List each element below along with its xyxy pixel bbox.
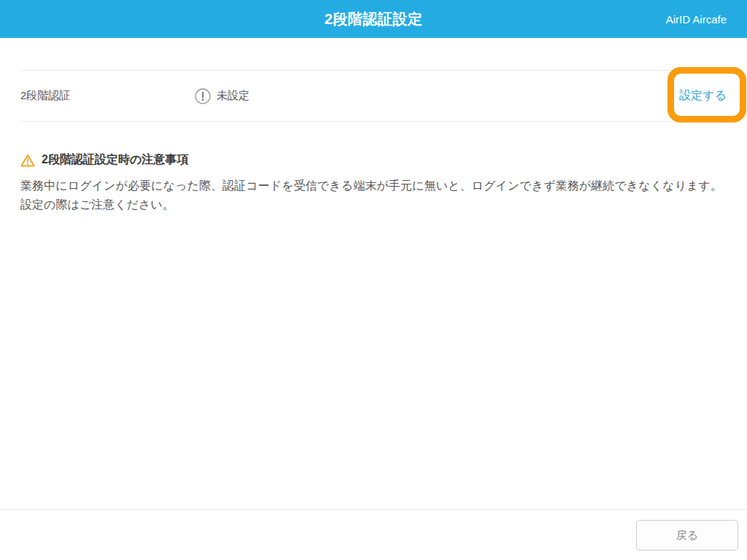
notice-body-text: 業務中にログインが必要になった際、認証コードを受信できる端末が手元に無いと、ログ… — [20, 176, 722, 214]
exclamation-circle-icon — [195, 88, 211, 104]
notice-heading: 2段階認証設定時の注意事項 — [20, 152, 722, 168]
status-text: 未設定 — [217, 89, 249, 103]
footer: 戻る — [0, 509, 747, 560]
configure-link[interactable]: 設定する — [679, 88, 727, 104]
two-factor-settings-page: 2段階認証設定 AirID Aircafe 2段階認証 未設定 設定する — [0, 0, 747, 560]
warning-triangle-icon — [20, 153, 35, 168]
setting-label: 2段階認証 — [20, 89, 195, 103]
account-name: AirID Aircafe — [666, 0, 727, 38]
page-title: 2段階認証設定 — [325, 9, 423, 29]
notice-heading-text: 2段階認証設定時の注意事項 — [42, 152, 188, 168]
two-factor-setting-row: 2段階認証 未設定 設定する — [20, 70, 727, 122]
back-button[interactable]: 戻る — [636, 520, 738, 551]
status-group: 未設定 — [195, 88, 249, 104]
notice-section: 2段階認証設定時の注意事項 業務中にログインが必要になった際、認証コードを受信で… — [20, 152, 722, 214]
header: 2段階認証設定 AirID Aircafe — [0, 0, 747, 38]
